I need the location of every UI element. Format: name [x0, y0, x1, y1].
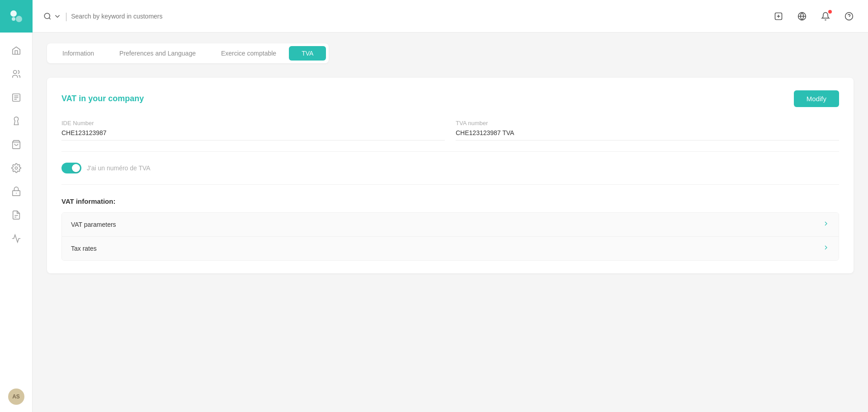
ide-label: IDE Number	[61, 120, 445, 126]
sidebar-item-settings[interactable]	[5, 157, 27, 179]
search-area: |	[43, 12, 765, 21]
search-icon	[43, 12, 52, 20]
card-title: VAT in your company	[61, 94, 144, 103]
modify-button[interactable]: Modify	[794, 90, 839, 107]
svg-line-12	[49, 18, 50, 19]
sidebar-item-money[interactable]	[5, 110, 27, 132]
tab-tva[interactable]: TVA	[289, 46, 326, 61]
ide-value: CHE123123987	[61, 129, 445, 140]
chevron-right-icon	[822, 220, 830, 229]
sidebar-footer: AS	[8, 389, 24, 412]
tax-rates-item[interactable]: Tax rates	[62, 237, 839, 260]
tva-number-field-group: TVA number CHE123123987 TVA	[456, 120, 839, 140]
sidebar-nav	[5, 36, 27, 389]
building-icon	[11, 187, 21, 197]
main-area: |	[33, 0, 868, 412]
vat-card: VAT in your company Modify IDE Number CH…	[47, 78, 854, 273]
add-button[interactable]	[770, 8, 787, 24]
chart-icon	[11, 234, 21, 243]
tab-exercice[interactable]: Exercice comptable	[208, 46, 289, 61]
globe-icon	[797, 12, 807, 21]
document-icon	[11, 210, 21, 220]
search-input[interactable]	[71, 13, 765, 20]
sidebar-item-building[interactable]	[5, 181, 27, 202]
card-header: VAT in your company Modify	[61, 90, 839, 107]
vat-info-title: VAT information:	[61, 197, 839, 205]
toggle-label: J'ai un numéro de TVA	[87, 164, 151, 172]
user-avatar[interactable]: AS	[8, 389, 24, 405]
svg-point-2	[12, 17, 15, 21]
plus-icon	[774, 12, 783, 21]
svg-point-0	[10, 10, 17, 17]
help-button[interactable]	[841, 8, 857, 24]
home-icon	[11, 46, 21, 56]
toggle-slider	[61, 163, 81, 173]
vat-toggle[interactable]	[61, 163, 81, 173]
tasks-icon	[11, 93, 21, 103]
svg-point-11	[44, 13, 50, 19]
vat-info-list: VAT parameters Tax rates	[61, 212, 839, 261]
globe-button[interactable]	[794, 8, 810, 24]
tva-number-value: CHE123123987 TVA	[456, 129, 839, 140]
search-icon-btn[interactable]	[43, 12, 61, 20]
tva-number-label: TVA number	[456, 120, 839, 126]
notification-badge	[828, 10, 832, 14]
help-icon	[844, 12, 854, 21]
vat-parameters-label: VAT parameters	[71, 221, 116, 228]
search-divider: |	[65, 12, 67, 21]
bag-icon	[11, 140, 21, 150]
sidebar-item-chart[interactable]	[5, 228, 27, 249]
vat-parameters-item[interactable]: VAT parameters	[62, 213, 839, 237]
chevron-right-icon-2	[822, 244, 830, 253]
toggle-row: J'ai un numéro de TVA	[61, 163, 839, 185]
settings-icon	[11, 163, 21, 173]
users-icon	[11, 69, 21, 79]
money-icon	[11, 116, 21, 126]
svg-point-1	[16, 16, 22, 22]
logo-icon	[8, 8, 24, 24]
svg-point-3	[13, 70, 16, 74]
ide-field-group: IDE Number CHE123123987	[61, 120, 445, 140]
tab-preferences[interactable]: Preferences and Language	[107, 46, 208, 61]
topbar-actions	[770, 8, 857, 24]
sidebar-item-home[interactable]	[5, 40, 27, 61]
tab-information[interactable]: Information	[50, 46, 107, 61]
sidebar: AS	[0, 0, 33, 412]
svg-point-6	[15, 167, 18, 169]
tabs-container: Information Preferences and Language Exe…	[47, 43, 329, 63]
tax-rates-label: Tax rates	[71, 245, 97, 252]
notifications-button[interactable]	[817, 8, 834, 24]
app-logo[interactable]	[0, 0, 33, 33]
chevron-down-icon	[53, 12, 61, 20]
sidebar-item-document[interactable]	[5, 204, 27, 226]
fields-row: IDE Number CHE123123987 TVA number CHE12…	[61, 120, 839, 152]
content-area: Information Preferences and Language Exe…	[33, 33, 868, 412]
sidebar-item-users[interactable]	[5, 63, 27, 85]
topbar: |	[33, 0, 868, 33]
sidebar-item-bag[interactable]	[5, 134, 27, 155]
sidebar-item-tasks[interactable]	[5, 87, 27, 108]
